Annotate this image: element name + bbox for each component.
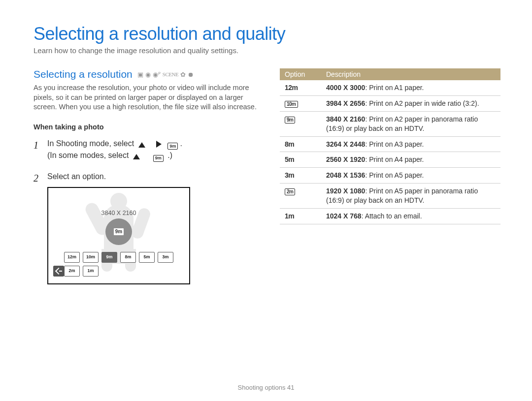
step-2: 2 Select an option. 3840 X 2160 9m — [33, 171, 260, 284]
step-number-2: 2 — [33, 171, 38, 186]
resolution-9m-icon: 9m — [167, 143, 178, 150]
table-row: 8m 3264 X 2448: Print on A3 paper. — [280, 136, 500, 152]
table-header-option: Option — [280, 68, 321, 80]
section-subheading: When taking a photo — [33, 123, 260, 131]
scene-icon: SCENE — [163, 71, 178, 77]
res-desc: : Print on A4 paper. — [365, 155, 424, 163]
table-row: 2m 1920 X 1080: Print on A5 paper in pan… — [280, 184, 500, 209]
resolution-table: Option Description 12m 4000 X 3000: Prin… — [280, 68, 500, 224]
table-row: 1m 1024 X 768: Attach to an email. — [280, 209, 500, 224]
step-1-text-b: (In some modes, select — [47, 151, 129, 159]
page-subtitle: Learn how to change the image resolution… — [33, 46, 500, 55]
table-row: 12m 4000 X 3000: Print on A1 paper. — [280, 80, 500, 95]
res-2m-icon: 2m — [285, 188, 295, 195]
res-size: 2048 X 1536 — [326, 171, 365, 179]
option-5m[interactable]: 5m — [139, 252, 155, 263]
program-icon: ◉ᴾ — [153, 71, 161, 78]
right-arrow-icon — [151, 141, 162, 148]
step-1: 1 In Shooting mode, select 9m. (In some … — [33, 138, 260, 162]
res-size: 3984 X 2656 — [326, 99, 365, 107]
auto-icon: ◉ — [145, 71, 151, 78]
step-1-text-a: In Shooting mode, select — [47, 139, 134, 148]
res-9m-icon: 9m — [285, 117, 295, 123]
back-button[interactable] — [53, 266, 64, 277]
table-row: 5m 2560 X 1920: Print on A4 paper. — [280, 152, 500, 168]
table-row: 10m 3984 X 2656: Print on A2 paper in wi… — [280, 95, 500, 111]
table-row: 9m 3840 X 2160: Print on A2 paper in pan… — [280, 111, 500, 136]
res-size: 1920 X 1080 — [326, 187, 365, 195]
smart-auto-icon: ▣ — [137, 71, 143, 78]
table-row: 3m 2048 X 1536: Print on A5 paper. — [280, 168, 500, 184]
selected-option-label: 9m — [114, 228, 124, 235]
movie-icon: ⏺ — [188, 71, 194, 78]
step-1-text-end: .) — [167, 151, 172, 159]
option-1m[interactable]: 1m — [83, 266, 99, 277]
resolution-9m-icon: 9m — [153, 155, 164, 162]
res-desc: : Print on A2 paper in wide ratio (3:2). — [365, 99, 479, 107]
res-desc: : Print on A5 paper. — [365, 171, 424, 179]
page-title: Selecting a resolution and quality — [33, 24, 500, 44]
selected-option-indicator: 9m — [105, 218, 132, 245]
selected-resolution-label: 3840 X 2160 — [101, 209, 136, 218]
up-icon — [138, 142, 145, 148]
right-column: Option Description 12m 4000 X 3000: Prin… — [280, 68, 500, 293]
res-size: 3840 X 2160 — [326, 115, 365, 123]
option-row-2: 2m 1m — [64, 266, 99, 277]
dual-is-icon: ✿ — [180, 71, 186, 78]
option-12m[interactable]: 12m — [64, 252, 80, 263]
res-size: 4000 X 3000 — [326, 84, 365, 92]
res-12m-icon: 12m — [285, 83, 298, 93]
option-9m[interactable]: 9m — [101, 252, 117, 263]
section-body: As you increase the resolution, your pho… — [33, 83, 260, 112]
option-row-1: 12m 10m 9m 8m 5m 3m — [64, 252, 173, 263]
section-heading: Selecting a resolution — [33, 68, 133, 80]
res-desc: : Print on A3 paper. — [365, 140, 424, 148]
res-desc: : Print on A1 paper. — [365, 84, 424, 92]
step-2-text: Select an option. — [47, 172, 106, 181]
res-8m-icon: 8m — [285, 140, 294, 149]
camera-screen: 3840 X 2160 9m 12m 10m 9m 8m 5m 3m — [47, 187, 190, 284]
up-icon — [133, 154, 140, 159]
step-number-1: 1 — [33, 138, 38, 153]
option-2m[interactable]: 2m — [64, 266, 80, 277]
res-size: 2560 X 1920 — [326, 155, 365, 163]
option-8m[interactable]: 8m — [120, 252, 136, 263]
option-3m[interactable]: 3m — [158, 252, 173, 263]
option-10m[interactable]: 10m — [83, 252, 99, 263]
res-3m-icon: 3m — [285, 171, 294, 180]
table-header-description: Description — [321, 68, 500, 80]
res-5m-icon: 5m — [285, 155, 294, 164]
res-10m-icon: 10m — [285, 101, 298, 108]
res-1m-icon: 1m — [285, 212, 294, 221]
page-footer: Shooting options 41 — [0, 384, 532, 391]
res-size: 3264 X 2448 — [326, 140, 365, 148]
res-size: 1024 X 768 — [326, 212, 362, 220]
left-column: Selecting a resolution ▣ ◉ ◉ᴾ SCENE ✿ ⏺ … — [33, 68, 260, 293]
mode-icons: ▣ ◉ ◉ᴾ SCENE ✿ ⏺ — [137, 71, 194, 78]
res-desc: : Attach to an email. — [362, 212, 422, 220]
